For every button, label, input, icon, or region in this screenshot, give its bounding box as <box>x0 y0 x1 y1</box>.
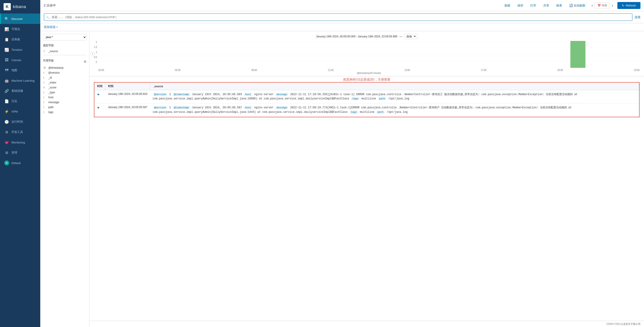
x-axis: 02:00 05:00 08:00 11:00 14:00 17:00 20:0… <box>98 69 640 71</box>
field-item-message[interactable]: t message <box>43 100 86 105</box>
y-axis: 2 1.5 1 0.5 0 <box>94 41 98 63</box>
new-button[interactable]: 新建 <box>503 3 512 9</box>
field-item-score[interactable]: # _score <box>43 85 86 90</box>
auto-refresh-button[interactable]: 🔄 自动刷新 <box>568 3 587 9</box>
field-type-tags: t <box>44 111 47 114</box>
expand-cell: ► <box>94 90 105 103</box>
chart-bar <box>570 41 586 68</box>
search-input[interactable] <box>44 14 632 21</box>
log-tag: tags <box>351 97 359 100</box>
sidebar-item-apm[interactable]: ⚡ APM <box>0 106 40 117</box>
sidebar-item-infra[interactable]: 🔗 基础设施 <box>0 86 40 96</box>
field-item-type[interactable]: t _type <box>43 90 86 95</box>
chart-collapse-button[interactable]: ‹ <box>90 52 95 56</box>
selected-fields-title: 选定字段 <box>43 44 86 48</box>
refresh-cycle-icon: 🔄 <box>569 4 573 7</box>
field-name-score: _score <box>48 86 56 89</box>
right-panel: ‹ January 19th 2024, 00:00:00.000 - Janu… <box>90 31 644 327</box>
sidebar-item-logs[interactable]: 📄 日志 <box>0 96 40 106</box>
left-panel: java-* 选定字段 ? _source 可用字段 ⚙ ⏱ @timestam… <box>40 31 90 327</box>
sidebar-item-management[interactable]: ⚙ 管理 <box>0 148 40 158</box>
share-button[interactable]: 共享 <box>542 3 551 9</box>
field-type-score: # <box>44 86 47 89</box>
sidebar-item-visualize[interactable]: 📊 可视化 <box>0 24 40 34</box>
apm-icon: ⚡ <box>4 109 9 114</box>
auto-interval-select[interactable]: 自动 <box>404 34 418 39</box>
sidebar-logo: K kibana <box>0 0 40 14</box>
sidebar: K kibana 🔍 Discover 📊 可视化 📋 仪表板 📈 Timeli… <box>0 0 40 327</box>
chart-plot: 02:00 05:00 08:00 11:00 14:00 17:00 20:0… <box>98 41 640 74</box>
time-cell: January 19th 2024, 20:05:05.587 <box>105 103 150 117</box>
field-item-version[interactable]: t @version <box>43 70 86 75</box>
monitoring-icon: 💗 <box>4 140 9 145</box>
gear-icon[interactable]: ⚙ <box>84 60 86 63</box>
add-filter-label: 添加筛选 + <box>44 25 58 29</box>
field-name-index: _index <box>48 81 56 84</box>
tick-2000: 20:00 <box>558 69 563 71</box>
field-item-source[interactable]: ? _source <box>43 49 86 54</box>
col-header-time2[interactable]: 时间 <box>105 83 150 90</box>
sidebar-item-ml[interactable]: 🤖 Machine Learning <box>0 75 40 86</box>
sidebar-item-maps[interactable]: 🗺 地图 <box>0 65 40 75</box>
management-icon: ⚙ <box>4 150 9 155</box>
table-row: ►January 19th 2024, 20:05:05.587@version… <box>94 103 639 117</box>
expand-row-button[interactable]: ► <box>97 92 102 96</box>
open-button[interactable]: 打开 <box>528 3 538 9</box>
expand-row-button[interactable]: ► <box>97 106 102 109</box>
sidebar-item-dashboard[interactable]: 📋 仪表板 <box>0 34 40 45</box>
field-name-id: _id <box>48 76 52 79</box>
field-item-index[interactable]: t _index <box>43 80 86 85</box>
log-tag: @version <box>153 106 167 109</box>
field-type-host: t <box>44 96 47 99</box>
sidebar-label-canvas: Canvas <box>12 58 21 62</box>
sidebar-item-canvas[interactable]: 🖼 Canvas <box>0 55 40 65</box>
add-filter-bar[interactable]: 添加筛选 + <box>40 23 644 31</box>
field-name-path: path <box>48 106 54 109</box>
log-tag: path <box>378 97 386 100</box>
discover-icon: 🔍 <box>4 16 9 21</box>
y-label-15: 1.5 <box>94 46 97 48</box>
field-type-source: ? <box>44 50 47 53</box>
sidebar-item-devtools[interactable]: ⚙ 开发工具 <box>0 127 40 137</box>
field-item-tags[interactable]: t tags <box>43 110 86 115</box>
options-link[interactable]: 选项 <box>634 15 640 19</box>
available-fields-title: 可用字段 <box>43 59 54 63</box>
today-label: 今日 <box>602 4 607 8</box>
y-label-05: 0.5 <box>94 56 97 58</box>
sidebar-item-monitoring[interactable]: 💗 Monitoring <box>0 137 40 148</box>
inspect-button[interactable]: 检查 <box>554 3 564 9</box>
next-arrow-button[interactable]: › <box>611 3 614 9</box>
col-header-source[interactable]: _source <box>150 83 639 90</box>
sidebar-label-visualize: 可视化 <box>12 27 20 31</box>
sidebar-label-default: Default <box>12 161 20 165</box>
field-item-host[interactable]: t host <box>43 95 86 100</box>
field-name-host: host <box>48 96 54 99</box>
sidebar-item-default[interactable]: D Default <box>0 158 40 168</box>
field-item-path[interactable]: t path <box>43 105 86 110</box>
sidebar-item-uptime[interactable]: 🕐 运行时间 <box>0 117 40 127</box>
today-button[interactable]: 📅 今日 <box>594 3 610 9</box>
prev-arrow-button[interactable]: ‹ <box>591 3 594 9</box>
field-item-id[interactable]: t _id <box>43 75 86 80</box>
field-type-type: t <box>44 91 47 94</box>
sidebar-label-monitoring: Monitoring <box>12 141 25 144</box>
search-bar: 选项 <box>40 11 644 23</box>
sidebar-label-dashboard: 仪表板 <box>12 37 20 41</box>
topbar-actions: 新建 保存 打开 共享 检查 🔄 自动刷新 ‹ 📅 今日 › ↻ Refresh <box>503 2 640 9</box>
sidebar-item-timelion[interactable]: 📈 Timelion <box>0 45 40 55</box>
field-item-timestamp[interactable]: ⏱ @timestamp <box>43 65 86 70</box>
field-name-version: @version <box>48 71 60 74</box>
chart-container: 2 1.5 1 0.5 0 <box>94 41 640 74</box>
log-tag: @timestamp <box>173 93 190 96</box>
tick-1700: 17:00 <box>481 69 486 71</box>
field-type-version: t <box>44 72 47 74</box>
refresh-button[interactable]: ↻ Refresh <box>618 2 640 9</box>
save-button[interactable]: 保存 <box>516 3 525 9</box>
logo-text: kibana <box>13 5 26 9</box>
index-pattern-select[interactable]: java-* <box>43 34 86 41</box>
tick-1100: 11:00 <box>328 69 334 71</box>
sidebar-item-discover[interactable]: 🔍 Discover <box>0 14 40 24</box>
sidebar-label-uptime: 运行时间 <box>12 120 23 124</box>
ml-icon: 🤖 <box>4 78 9 83</box>
content-area: java-* 选定字段 ? _source 可用字段 ⚙ ⏱ @timestam… <box>40 31 644 327</box>
